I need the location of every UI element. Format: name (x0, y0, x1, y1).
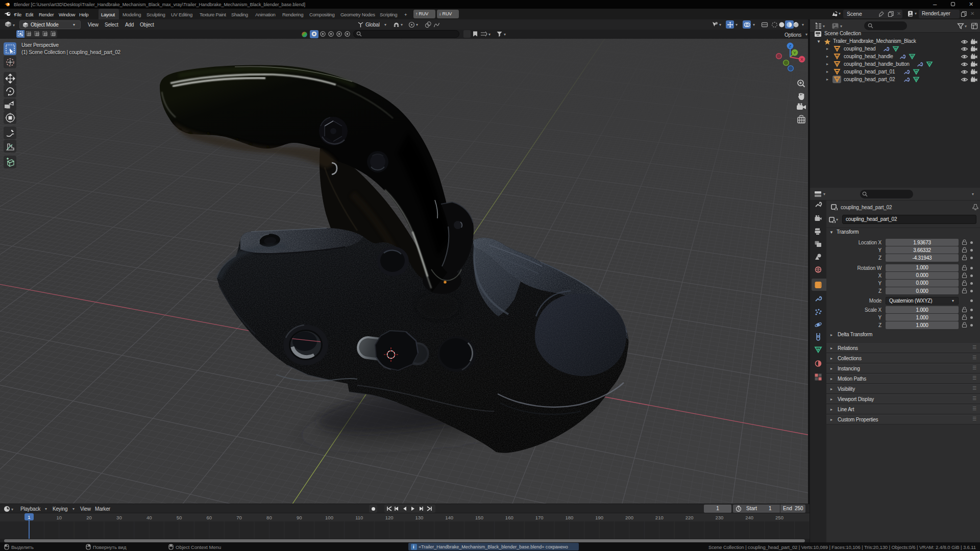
svg-text:Y: Y (793, 51, 796, 55)
svg-text:X: X (800, 57, 803, 62)
svg-text:Z: Z (789, 44, 792, 48)
